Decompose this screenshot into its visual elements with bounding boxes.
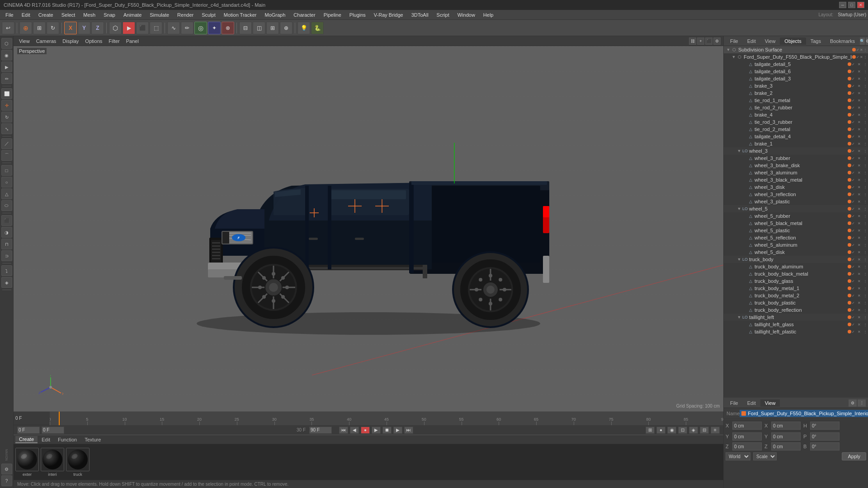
- sidebar-curve[interactable]: ⌒: [1, 150, 12, 161]
- menu-snap[interactable]: Snap: [100, 11, 119, 19]
- attr-menu[interactable]: ⋮: [857, 399, 866, 407]
- scale-tool[interactable]: ⊞: [33, 22, 46, 34]
- sidebar-extrude[interactable]: ⬛: [1, 215, 12, 226]
- timeline-settings1[interactable]: ⊞: [646, 427, 655, 434]
- timeline-settings6[interactable]: ⊟: [700, 427, 709, 434]
- obj-mgr-search[interactable]: 🔍: [859, 37, 865, 45]
- tree-item-taillight_left[interactable]: ▼LOtaillight_left✓✕⋮: [724, 314, 868, 321]
- tree-item-truck_body_reflection[interactable]: △truck_body_reflection✓✕⋮: [724, 306, 868, 314]
- vp-menu-panel[interactable]: Panel: [123, 38, 142, 44]
- menu-simulate[interactable]: Simulate: [146, 11, 173, 19]
- coord-y-input[interactable]: [732, 432, 762, 441]
- sidebar-move[interactable]: ✛: [1, 100, 12, 111]
- vp-full-btn[interactable]: ⬛: [705, 38, 712, 45]
- tree-item-truck_body_glass[interactable]: △truck_body_glass✓✕⋮: [724, 277, 868, 285]
- record-button[interactable]: ●: [361, 427, 370, 434]
- y-axis-btn[interactable]: Y: [78, 22, 90, 34]
- sidebar-sculpt[interactable]: ◉: [1, 50, 12, 61]
- go-end-button[interactable]: ⏭: [404, 427, 413, 434]
- sidebar-field[interactable]: ◈: [1, 277, 12, 288]
- coord-z-input[interactable]: [732, 442, 762, 450]
- tree-item-wheel_3_black_metal[interactable]: △wheel_3_black_metal✓✕⋮: [724, 176, 868, 183]
- vp-solo-btn[interactable]: +: [697, 38, 704, 45]
- coord-y2-input[interactable]: [771, 432, 801, 441]
- sidebar-cylinder[interactable]: ⬭: [1, 200, 12, 211]
- magnet2-tool[interactable]: ⊕: [280, 22, 292, 34]
- sidebar-deformer[interactable]: ⤵: [1, 265, 12, 276]
- coord-x2-input[interactable]: [771, 422, 801, 430]
- stop-button[interactable]: ⏹: [382, 427, 392, 434]
- tree-item-brake_2[interactable]: △brake_2✓✕⋮: [724, 89, 868, 97]
- tree-item-wheel_5_reflection[interactable]: △wheel_5_reflection✓✕⋮: [724, 234, 868, 241]
- mat-tab-create[interactable]: Create: [15, 436, 38, 443]
- start-frame-input[interactable]: [17, 427, 40, 434]
- vp-menu-cameras[interactable]: Cameras: [33, 38, 59, 44]
- tree-item-truck_body_aluminum[interactable]: △truck_body_aluminum✓✕⋮: [724, 263, 868, 270]
- python-btn[interactable]: 🐍: [311, 22, 324, 34]
- coord-space-select[interactable]: World Object Local: [726, 452, 750, 460]
- sidebar-lathe[interactable]: ◑: [1, 227, 12, 238]
- mat-tab-edit[interactable]: Edit: [38, 436, 54, 443]
- mat-tab-texture[interactable]: Texture: [81, 436, 104, 443]
- vp-link-btn[interactable]: ⛓: [689, 38, 696, 45]
- render2-btn[interactable]: ⬛: [136, 22, 149, 34]
- end-frame-input[interactable]: [309, 427, 332, 434]
- tree-item-taillight_left_plastic[interactable]: △taillight_left_plastic✓✕⋮: [724, 328, 868, 335]
- menu-motion-tracker[interactable]: Motion Tracker: [220, 11, 260, 19]
- menu-render[interactable]: Render: [174, 11, 197, 19]
- tree-item-tailgate_detail_3[interactable]: △tailgate_detail_3✓✕⋮: [724, 75, 868, 82]
- sidebar-box[interactable]: □: [1, 165, 12, 176]
- vp-menu-options[interactable]: Options: [82, 38, 105, 44]
- tree-item-truck_body_metal_2[interactable]: △truck_body_metal_2✓✕⋮: [724, 292, 868, 299]
- tree-item-wheel_3_brake_disk[interactable]: △wheel_3_brake_disk✓✕⋮: [724, 162, 868, 169]
- timeline-settings5[interactable]: ◈: [689, 427, 698, 434]
- move-tool[interactable]: ⊕: [19, 22, 32, 34]
- menu-create[interactable]: Create: [35, 11, 57, 19]
- select-tool[interactable]: ◎: [194, 22, 207, 34]
- timeline-settings2[interactable]: ●: [656, 427, 665, 434]
- object-mode[interactable]: ⬡: [109, 22, 122, 34]
- tree-item-wheel_3_plastic[interactable]: △wheel_3_plastic✓✕⋮: [724, 198, 868, 205]
- viewport[interactable]: F: [14, 46, 723, 411]
- render-btn[interactable]: ▶: [123, 22, 135, 34]
- tree-item-truck_body_black_metal[interactable]: △truck_body_black_metal✓✕⋮: [724, 270, 868, 277]
- prev-frame-button[interactable]: ◀: [350, 427, 359, 434]
- tree-item-brake_4[interactable]: △brake_4✓✕⋮: [724, 111, 868, 118]
- tree-item-tailgate_detail_6[interactable]: △tailgate_detail_6✓✕⋮: [724, 68, 868, 75]
- apply-button[interactable]: Apply: [842, 452, 866, 460]
- menu-select[interactable]: Select: [58, 11, 79, 19]
- sidebar-rotate[interactable]: ↻: [1, 112, 12, 122]
- sidebar-sweep[interactable]: ⊃: [1, 250, 12, 261]
- sidebar-paint[interactable]: ✏: [1, 73, 12, 84]
- coord-h-input[interactable]: [810, 422, 840, 430]
- tree-item-wheel_3_rubber[interactable]: △wheel_3_rubber✓✕⋮: [724, 155, 868, 162]
- vp-menu-display[interactable]: Display: [60, 38, 81, 44]
- menu-file[interactable]: File: [2, 11, 17, 19]
- rp-tab-tags[interactable]: Tags: [806, 38, 826, 45]
- coord-b-input[interactable]: [810, 442, 840, 450]
- object-tree[interactable]: ▼ ⬡ Subdivision Surface ✓ ✕ ⋮ ▼ ⬡ Ford_S…: [724, 46, 868, 398]
- tree-item-wheel_5_aluminum[interactable]: △wheel_5_aluminum✓✕⋮: [724, 241, 868, 249]
- window-controls[interactable]: ─ □ ✕: [839, 2, 864, 8]
- sidebar-scale[interactable]: ⤡: [1, 123, 12, 134]
- tree-item-wheel_5_disk[interactable]: △wheel_5_disk✓✕⋮: [724, 249, 868, 256]
- current-frame-input[interactable]: [42, 427, 64, 434]
- sidebar-cone[interactable]: △: [1, 188, 12, 199]
- minimize-button[interactable]: ─: [839, 2, 846, 8]
- tree-item-wheel_3[interactable]: ▼LOwheel_3✓✕⋮: [724, 147, 868, 155]
- vp-settings-btn[interactable]: ⚙: [713, 38, 721, 45]
- mat-tab-function[interactable]: Function: [54, 436, 80, 443]
- menu-window[interactable]: Window: [454, 11, 479, 19]
- magnet-tool[interactable]: ✦: [208, 22, 221, 34]
- sidebar-sphere[interactable]: ○: [1, 177, 12, 188]
- menu-character[interactable]: Character: [290, 11, 319, 19]
- menu-edit[interactable]: Edit: [18, 11, 34, 19]
- menu-script[interactable]: Script: [433, 11, 453, 19]
- tree-item-brake_3[interactable]: △brake_3✓✕⋮: [724, 82, 868, 89]
- tree-item-wheel_3_disk[interactable]: △wheel_3_disk✓✕⋮: [724, 183, 868, 191]
- vp-menu-filter[interactable]: Filter: [106, 38, 122, 44]
- tree-item-wheel_5_plastic[interactable]: △wheel_5_plastic✓✕⋮: [724, 227, 868, 234]
- tree-item-brake_1[interactable]: △brake_1✓✕⋮: [724, 140, 868, 147]
- attr-tab-view[interactable]: View: [760, 399, 780, 407]
- menu-animate[interactable]: Animate: [120, 11, 145, 19]
